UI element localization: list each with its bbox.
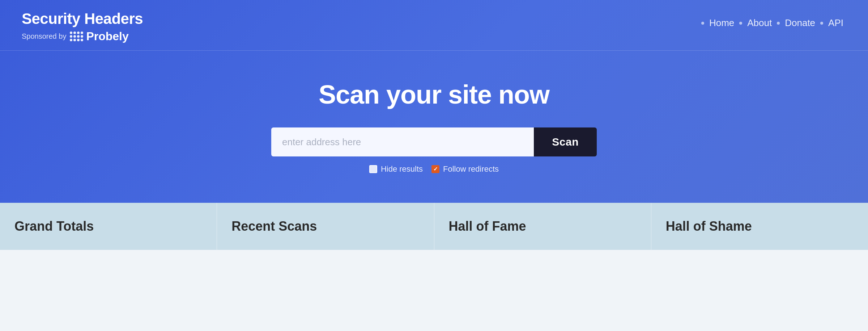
topbar: Security Headers Sponsored by: [0, 0, 868, 51]
nav-dot: [701, 22, 704, 25]
nav-link-donate[interactable]: Donate: [782, 16, 818, 30]
dot: [73, 39, 76, 41]
scan-button[interactable]: Scan: [534, 127, 597, 156]
sponsored-by-text: Sponsored by: [22, 32, 66, 41]
dot: [77, 32, 80, 34]
dot: [73, 35, 76, 38]
dot: [73, 32, 76, 34]
follow-redirects-option: ✓ Follow redirects: [431, 164, 499, 174]
hide-results-option: Hide results: [369, 164, 423, 174]
probely-logo[interactable]: Probely: [70, 30, 128, 43]
nav-dot: [777, 22, 780, 25]
sponsor-line: Sponsored by: [22, 30, 143, 43]
dot: [70, 39, 72, 41]
dot: [70, 35, 72, 38]
probely-dots-icon: [70, 32, 83, 41]
dot: [81, 35, 83, 38]
nav-link-home[interactable]: Home: [706, 16, 737, 30]
dot: [70, 32, 72, 34]
dot: [81, 39, 83, 41]
hide-results-checkbox[interactable]: [369, 165, 377, 173]
hall-of-fame-title: Hall of Fame: [449, 219, 526, 234]
hero-section: Security Headers Sponsored by: [0, 0, 868, 203]
hide-results-label: Hide results: [381, 164, 423, 174]
grand-totals-title: Grand Totals: [14, 219, 94, 234]
probely-name: Probely: [86, 30, 128, 43]
hall-of-fame-card[interactable]: Hall of Fame: [434, 203, 651, 250]
dot: [77, 39, 80, 41]
cards-section: Grand Totals Recent Scans Hall of Fame H…: [0, 203, 868, 250]
nav-link-about[interactable]: About: [744, 16, 775, 30]
brand: Security Headers Sponsored by: [22, 10, 143, 43]
follow-redirects-label: Follow redirects: [443, 164, 499, 174]
scan-form: Scan: [271, 127, 597, 156]
dot: [77, 35, 80, 38]
main-nav: Home About Donate API: [699, 16, 846, 30]
nav-dot: [739, 22, 742, 25]
scan-options: Hide results ✓ Follow redirects: [369, 164, 499, 174]
hall-of-shame-card[interactable]: Hall of Shame: [651, 203, 868, 250]
hero-content: Scan your site now Scan Hide results ✓ F…: [0, 51, 868, 181]
hall-of-shame-title: Hall of Shame: [666, 219, 752, 234]
nav-link-api[interactable]: API: [825, 16, 846, 30]
nav-dot: [820, 22, 823, 25]
recent-scans-card[interactable]: Recent Scans: [217, 203, 434, 250]
follow-redirects-checkbox[interactable]: ✓: [431, 165, 439, 173]
hero-title: Scan your site now: [319, 80, 549, 109]
grand-totals-card[interactable]: Grand Totals: [0, 203, 217, 250]
recent-scans-title: Recent Scans: [231, 219, 317, 234]
site-title: Security Headers: [22, 10, 143, 28]
dot: [81, 32, 83, 34]
url-input[interactable]: [271, 127, 534, 156]
